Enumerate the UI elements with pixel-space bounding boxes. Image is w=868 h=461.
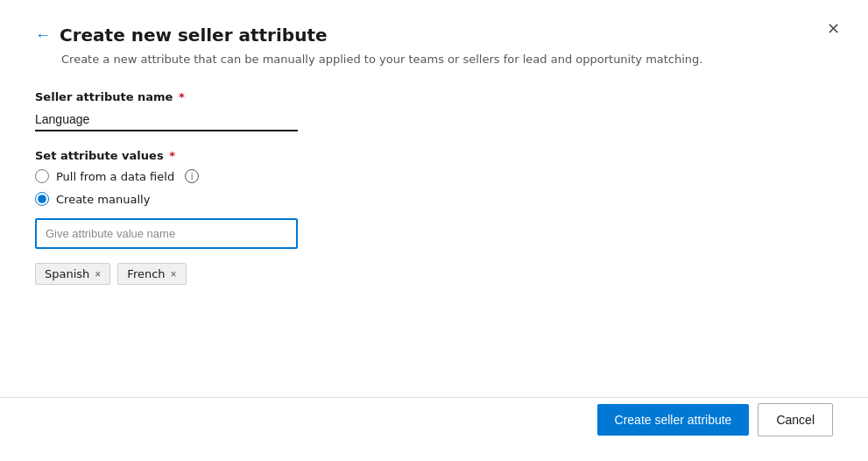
- radio-manual[interactable]: [35, 192, 49, 206]
- radio-pull[interactable]: [35, 169, 49, 183]
- tag-french: French ×: [117, 263, 186, 285]
- cancel-button[interactable]: Cancel: [758, 403, 833, 436]
- attribute-value-input[interactable]: [35, 218, 298, 249]
- footer-divider: [0, 397, 868, 398]
- info-icon[interactable]: i: [185, 169, 199, 183]
- radio-option-pull[interactable]: Pull from a data field i: [35, 169, 833, 183]
- tag-spanish: Spanish ×: [35, 263, 110, 285]
- create-seller-attribute-button[interactable]: Create seller attribute: [597, 404, 750, 436]
- dialog-title: Create new seller attribute: [60, 25, 328, 46]
- close-dialog-button[interactable]: ✕: [827, 21, 840, 37]
- dialog-footer: Create seller attribute Cancel: [597, 403, 833, 436]
- tags-container: Spanish × French ×: [35, 263, 833, 285]
- tag-label-french: French: [127, 267, 165, 280]
- radio-pull-label[interactable]: Pull from a data field: [56, 170, 174, 183]
- seller-attribute-name-input[interactable]: [35, 109, 298, 131]
- seller-attribute-name-section: Seller attribute name *: [35, 90, 833, 131]
- tag-remove-spanish[interactable]: ×: [95, 269, 101, 280]
- create-seller-attribute-dialog: ← Create new seller attribute Create a n…: [0, 0, 868, 461]
- tag-label-spanish: Spanish: [45, 267, 89, 280]
- dialog-subtitle: Create a new attribute that can be manua…: [61, 53, 833, 66]
- radio-group: Pull from a data field i Create manually: [35, 169, 833, 206]
- seller-attribute-name-label: Seller attribute name *: [35, 90, 833, 103]
- back-button[interactable]: ←: [35, 26, 51, 45]
- dialog-header: ← Create new seller attribute: [35, 25, 833, 46]
- tag-remove-french[interactable]: ×: [171, 269, 177, 280]
- set-attribute-values-label: Set attribute values *: [35, 149, 833, 162]
- radio-manual-label[interactable]: Create manually: [56, 193, 150, 206]
- radio-option-manual[interactable]: Create manually: [35, 192, 833, 206]
- set-attribute-values-section: Set attribute values * Pull from a data …: [35, 149, 833, 285]
